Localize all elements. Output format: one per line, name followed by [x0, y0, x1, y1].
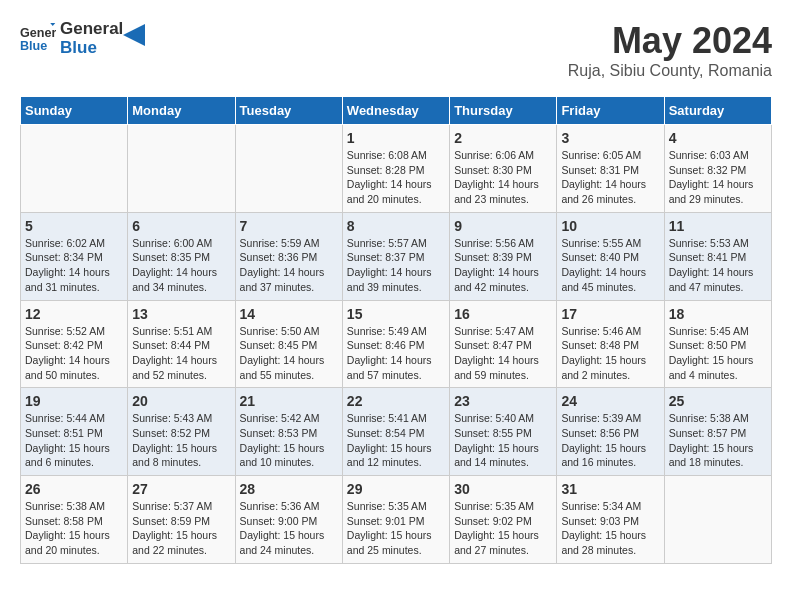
day-info: Sunrise: 5:36 AM Sunset: 9:00 PM Dayligh…	[240, 499, 338, 558]
calendar-day-28: 28Sunrise: 5:36 AM Sunset: 9:00 PM Dayli…	[235, 476, 342, 564]
calendar-day-19: 19Sunrise: 5:44 AM Sunset: 8:51 PM Dayli…	[21, 388, 128, 476]
calendar-week-row: 26Sunrise: 5:38 AM Sunset: 8:58 PM Dayli…	[21, 476, 772, 564]
logo-arrow-icon	[123, 24, 145, 46]
logo-icon: General Blue	[20, 21, 56, 57]
day-info: Sunrise: 6:06 AM Sunset: 8:30 PM Dayligh…	[454, 148, 552, 207]
day-number: 4	[669, 130, 767, 146]
day-info: Sunrise: 5:35 AM Sunset: 9:02 PM Dayligh…	[454, 499, 552, 558]
calendar-day-15: 15Sunrise: 5:49 AM Sunset: 8:46 PM Dayli…	[342, 300, 449, 388]
day-number: 8	[347, 218, 445, 234]
empty-calendar-cell	[235, 125, 342, 213]
day-info: Sunrise: 5:55 AM Sunset: 8:40 PM Dayligh…	[561, 236, 659, 295]
day-number: 30	[454, 481, 552, 497]
day-info: Sunrise: 5:38 AM Sunset: 8:57 PM Dayligh…	[669, 411, 767, 470]
weekday-header-monday: Monday	[128, 97, 235, 125]
calendar-day-25: 25Sunrise: 5:38 AM Sunset: 8:57 PM Dayli…	[664, 388, 771, 476]
day-info: Sunrise: 6:00 AM Sunset: 8:35 PM Dayligh…	[132, 236, 230, 295]
day-number: 11	[669, 218, 767, 234]
calendar-week-row: 19Sunrise: 5:44 AM Sunset: 8:51 PM Dayli…	[21, 388, 772, 476]
calendar-day-30: 30Sunrise: 5:35 AM Sunset: 9:02 PM Dayli…	[450, 476, 557, 564]
calendar-day-3: 3Sunrise: 6:05 AM Sunset: 8:31 PM Daylig…	[557, 125, 664, 213]
day-info: Sunrise: 5:57 AM Sunset: 8:37 PM Dayligh…	[347, 236, 445, 295]
calendar-day-6: 6Sunrise: 6:00 AM Sunset: 8:35 PM Daylig…	[128, 212, 235, 300]
day-info: Sunrise: 5:47 AM Sunset: 8:47 PM Dayligh…	[454, 324, 552, 383]
day-info: Sunrise: 5:39 AM Sunset: 8:56 PM Dayligh…	[561, 411, 659, 470]
page-header: General Blue General Blue May 2024 Ruja,…	[20, 20, 772, 80]
calendar-day-18: 18Sunrise: 5:45 AM Sunset: 8:50 PM Dayli…	[664, 300, 771, 388]
day-info: Sunrise: 6:02 AM Sunset: 8:34 PM Dayligh…	[25, 236, 123, 295]
day-number: 9	[454, 218, 552, 234]
day-number: 20	[132, 393, 230, 409]
day-number: 16	[454, 306, 552, 322]
day-number: 31	[561, 481, 659, 497]
day-number: 18	[669, 306, 767, 322]
day-info: Sunrise: 5:52 AM Sunset: 8:42 PM Dayligh…	[25, 324, 123, 383]
weekday-header-friday: Friday	[557, 97, 664, 125]
day-number: 6	[132, 218, 230, 234]
day-number: 2	[454, 130, 552, 146]
location: Ruja, Sibiu County, Romania	[568, 62, 772, 80]
day-number: 1	[347, 130, 445, 146]
day-info: Sunrise: 5:51 AM Sunset: 8:44 PM Dayligh…	[132, 324, 230, 383]
calendar-day-8: 8Sunrise: 5:57 AM Sunset: 8:37 PM Daylig…	[342, 212, 449, 300]
logo: General Blue General Blue	[20, 20, 145, 57]
day-info: Sunrise: 5:37 AM Sunset: 8:59 PM Dayligh…	[132, 499, 230, 558]
calendar-day-10: 10Sunrise: 5:55 AM Sunset: 8:40 PM Dayli…	[557, 212, 664, 300]
day-info: Sunrise: 5:42 AM Sunset: 8:53 PM Dayligh…	[240, 411, 338, 470]
day-number: 28	[240, 481, 338, 497]
day-info: Sunrise: 5:50 AM Sunset: 8:45 PM Dayligh…	[240, 324, 338, 383]
weekday-header-thursday: Thursday	[450, 97, 557, 125]
calendar-day-5: 5Sunrise: 6:02 AM Sunset: 8:34 PM Daylig…	[21, 212, 128, 300]
logo-blue: Blue	[60, 39, 123, 58]
calendar-day-21: 21Sunrise: 5:42 AM Sunset: 8:53 PM Dayli…	[235, 388, 342, 476]
day-number: 3	[561, 130, 659, 146]
day-info: Sunrise: 5:59 AM Sunset: 8:36 PM Dayligh…	[240, 236, 338, 295]
day-number: 17	[561, 306, 659, 322]
calendar-day-26: 26Sunrise: 5:38 AM Sunset: 8:58 PM Dayli…	[21, 476, 128, 564]
calendar-day-17: 17Sunrise: 5:46 AM Sunset: 8:48 PM Dayli…	[557, 300, 664, 388]
day-number: 25	[669, 393, 767, 409]
calendar-day-4: 4Sunrise: 6:03 AM Sunset: 8:32 PM Daylig…	[664, 125, 771, 213]
day-number: 10	[561, 218, 659, 234]
calendar-table: SundayMondayTuesdayWednesdayThursdayFrid…	[20, 96, 772, 564]
weekday-header-saturday: Saturday	[664, 97, 771, 125]
day-info: Sunrise: 5:34 AM Sunset: 9:03 PM Dayligh…	[561, 499, 659, 558]
calendar-week-row: 5Sunrise: 6:02 AM Sunset: 8:34 PM Daylig…	[21, 212, 772, 300]
empty-calendar-cell	[128, 125, 235, 213]
calendar-day-2: 2Sunrise: 6:06 AM Sunset: 8:30 PM Daylig…	[450, 125, 557, 213]
day-number: 22	[347, 393, 445, 409]
calendar-week-row: 12Sunrise: 5:52 AM Sunset: 8:42 PM Dayli…	[21, 300, 772, 388]
day-number: 12	[25, 306, 123, 322]
weekday-header-row: SundayMondayTuesdayWednesdayThursdayFrid…	[21, 97, 772, 125]
day-info: Sunrise: 5:38 AM Sunset: 8:58 PM Dayligh…	[25, 499, 123, 558]
calendar-day-31: 31Sunrise: 5:34 AM Sunset: 9:03 PM Dayli…	[557, 476, 664, 564]
day-info: Sunrise: 6:08 AM Sunset: 8:28 PM Dayligh…	[347, 148, 445, 207]
svg-marker-3	[123, 24, 145, 46]
day-info: Sunrise: 5:41 AM Sunset: 8:54 PM Dayligh…	[347, 411, 445, 470]
day-info: Sunrise: 5:35 AM Sunset: 9:01 PM Dayligh…	[347, 499, 445, 558]
empty-calendar-cell	[664, 476, 771, 564]
day-number: 7	[240, 218, 338, 234]
day-number: 26	[25, 481, 123, 497]
day-number: 24	[561, 393, 659, 409]
weekday-header-wednesday: Wednesday	[342, 97, 449, 125]
day-number: 14	[240, 306, 338, 322]
calendar-day-27: 27Sunrise: 5:37 AM Sunset: 8:59 PM Dayli…	[128, 476, 235, 564]
day-number: 27	[132, 481, 230, 497]
logo-general: General	[60, 20, 123, 39]
day-info: Sunrise: 5:46 AM Sunset: 8:48 PM Dayligh…	[561, 324, 659, 383]
day-info: Sunrise: 6:03 AM Sunset: 8:32 PM Dayligh…	[669, 148, 767, 207]
day-info: Sunrise: 5:56 AM Sunset: 8:39 PM Dayligh…	[454, 236, 552, 295]
month-title: May 2024	[568, 20, 772, 62]
day-info: Sunrise: 5:45 AM Sunset: 8:50 PM Dayligh…	[669, 324, 767, 383]
calendar-day-1: 1Sunrise: 6:08 AM Sunset: 8:28 PM Daylig…	[342, 125, 449, 213]
day-info: Sunrise: 6:05 AM Sunset: 8:31 PM Dayligh…	[561, 148, 659, 207]
day-number: 21	[240, 393, 338, 409]
calendar-day-11: 11Sunrise: 5:53 AM Sunset: 8:41 PM Dayli…	[664, 212, 771, 300]
day-info: Sunrise: 5:40 AM Sunset: 8:55 PM Dayligh…	[454, 411, 552, 470]
calendar-day-22: 22Sunrise: 5:41 AM Sunset: 8:54 PM Dayli…	[342, 388, 449, 476]
calendar-day-14: 14Sunrise: 5:50 AM Sunset: 8:45 PM Dayli…	[235, 300, 342, 388]
calendar-day-7: 7Sunrise: 5:59 AM Sunset: 8:36 PM Daylig…	[235, 212, 342, 300]
day-info: Sunrise: 5:53 AM Sunset: 8:41 PM Dayligh…	[669, 236, 767, 295]
calendar-day-9: 9Sunrise: 5:56 AM Sunset: 8:39 PM Daylig…	[450, 212, 557, 300]
